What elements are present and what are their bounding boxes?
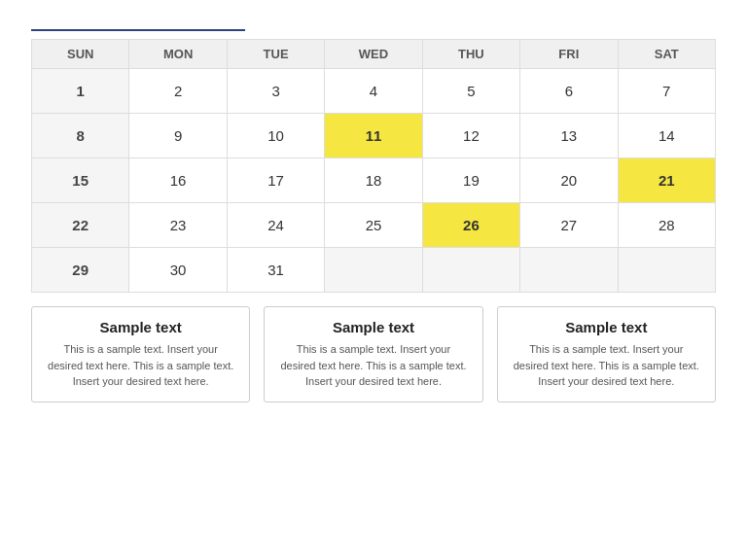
calendar-day-cell: 21: [618, 158, 715, 203]
info-box-body: This is a sample text. Insert your desir…: [46, 341, 235, 390]
calendar-day-cell: 28: [618, 203, 715, 248]
calendar-day-cell: 5: [422, 69, 519, 114]
calendar-body: 1234567891011121314151617181920212223242…: [32, 69, 716, 293]
calendar-day-cell: 6: [520, 69, 618, 114]
calendar-day-cell: 30: [129, 248, 227, 293]
calendar-day-cell: 22: [32, 203, 129, 248]
calendar-day-cell: 4: [325, 69, 422, 114]
calendar-day-cell: [422, 248, 519, 293]
calendar-day-cell: 13: [520, 114, 618, 158]
info-box-body: This is a sample text. Insert your desir…: [512, 341, 701, 390]
header-underline: [31, 29, 245, 31]
calendar-day-header: THU: [422, 40, 519, 69]
calendar-day-cell: 19: [422, 158, 519, 203]
info-box-title: Sample text: [512, 319, 701, 335]
calendar-day-cell: 20: [520, 158, 618, 203]
calendar-day-cell: 15: [32, 158, 129, 203]
calendar-day-header: SUN: [32, 40, 129, 69]
calendar-day-cell: 17: [227, 158, 324, 203]
info-box-body: This is a sample text. Insert your desir…: [278, 341, 468, 390]
calendar-header-row: SUNMONTUEWEDTHUFRISAT: [32, 40, 716, 69]
calendar-day-cell: 11: [325, 114, 422, 158]
calendar-day-cell: [325, 248, 422, 293]
info-box-title: Sample text: [278, 319, 468, 335]
calendar-day-cell: 1: [32, 69, 129, 114]
calendar-day-cell: 24: [227, 203, 324, 248]
calendar-day-cell: [618, 248, 715, 293]
calendar-day-header: TUE: [227, 40, 324, 69]
calendar-week-row: 15161718192021: [32, 158, 716, 203]
calendar-day-cell: 31: [227, 248, 324, 293]
calendar-day-header: WED: [325, 40, 422, 69]
info-boxes-container: Sample textThis is a sample text. Insert…: [31, 306, 716, 402]
calendar-day-cell: 29: [32, 248, 129, 293]
calendar-day-cell: [520, 248, 618, 293]
calendar-week-row: 22232425262728: [32, 203, 716, 248]
calendar-day-header: FRI: [520, 40, 618, 69]
calendar-day-cell: 2: [129, 69, 227, 114]
calendar-day-cell: 23: [129, 203, 227, 248]
calendar-day-header: SAT: [618, 40, 715, 69]
calendar-day-cell: 8: [32, 114, 129, 158]
calendar-week-row: 1234567: [32, 69, 716, 114]
calendar-day-cell: 27: [520, 203, 618, 248]
calendar-day-cell: 3: [227, 69, 324, 114]
calendar-day-cell: 26: [422, 203, 519, 248]
calendar-day-cell: 14: [618, 114, 715, 158]
info-box: Sample textThis is a sample text. Insert…: [31, 306, 250, 402]
calendar-day-header: MON: [129, 40, 227, 69]
calendar-day-cell: 9: [129, 114, 227, 158]
info-box: Sample textThis is a sample text. Insert…: [497, 306, 716, 402]
calendar-week-row: 891011121314: [32, 114, 716, 158]
calendar-day-cell: 18: [325, 158, 422, 203]
calendar-week-row: 293031: [32, 248, 716, 293]
calendar-table: SUNMONTUEWEDTHUFRISAT 123456789101112131…: [31, 39, 716, 293]
info-box-title: Sample text: [46, 319, 235, 335]
calendar-day-cell: 25: [325, 203, 422, 248]
calendar-day-cell: 16: [129, 158, 227, 203]
calendar-day-cell: 12: [422, 114, 519, 158]
info-box: Sample textThis is a sample text. Insert…: [264, 306, 482, 402]
calendar-day-cell: 7: [618, 69, 715, 114]
calendar-day-cell: 10: [227, 114, 324, 158]
